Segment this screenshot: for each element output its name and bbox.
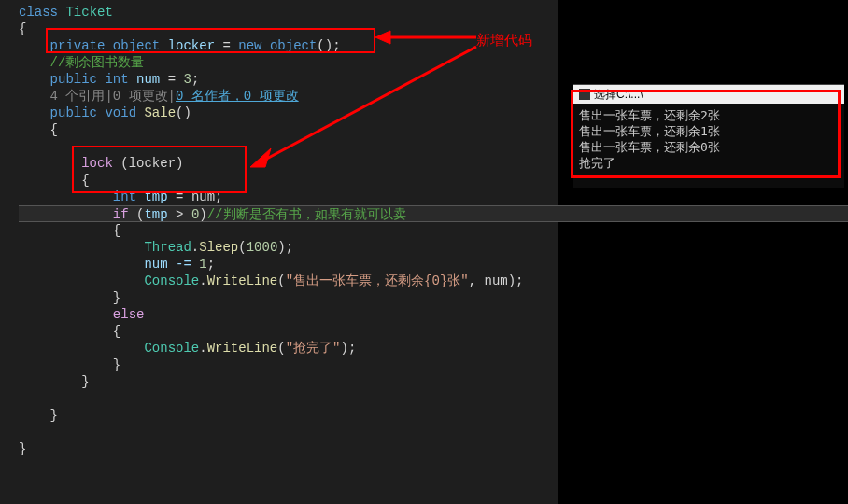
console-line: 抢完了 xyxy=(579,155,839,171)
ctor-object: object xyxy=(270,38,317,53)
codelens-link[interactable]: 0 名作者，0 项更改 xyxy=(176,89,299,104)
method-sleep: Sleep xyxy=(199,240,238,255)
keyword-if: if xyxy=(113,207,129,222)
codelens-refs[interactable]: 4 个引用|0 项更改| xyxy=(50,89,176,104)
class-name: Ticket xyxy=(65,5,112,20)
keyword-int: int xyxy=(105,72,128,87)
console-line: 售出一张车票，还剩余1张 xyxy=(579,123,839,139)
keyword-void: void xyxy=(105,105,136,120)
console-line: 售出一张车票，还剩余2张 xyxy=(579,107,839,123)
keyword-else: else xyxy=(113,307,145,322)
var-tmp: tmp xyxy=(144,189,167,204)
keyword-public: public xyxy=(50,72,97,87)
keyword-public: public xyxy=(50,105,97,120)
var-locker: locker xyxy=(168,38,215,53)
keyword-new: new xyxy=(238,38,261,53)
string-literal: "抢完了" xyxy=(286,341,341,356)
method-sale: Sale xyxy=(144,105,176,120)
console-window[interactable]: 选择C:\...\ 售出一张车票，还剩余2张 售出一张车票，还剩余1张 售出一张… xyxy=(573,84,844,188)
console-icon xyxy=(579,89,590,100)
method-writeline: WriteLine xyxy=(207,273,278,288)
code-editor[interactable]: class Ticket { private object locker = n… xyxy=(0,0,848,504)
keyword-lock: lock xyxy=(81,156,113,171)
class-console: Console xyxy=(144,273,199,288)
keyword-private: private xyxy=(50,38,106,53)
comment-line: //判断是否有书，如果有就可以卖 xyxy=(207,207,406,222)
keyword-class: class xyxy=(19,5,58,20)
svg-rect-1 xyxy=(580,90,589,91)
class-thread: Thread xyxy=(144,240,191,255)
comment-line: //剩余图书数量 xyxy=(50,55,145,70)
var-num: num xyxy=(136,72,160,87)
decl-end: (); xyxy=(317,38,340,53)
num-literal: 3 xyxy=(184,72,191,87)
keyword-object: object xyxy=(113,38,160,53)
annotation-label: 新增代码 xyxy=(476,32,532,49)
brace: { xyxy=(19,21,26,36)
console-title-text: 选择C:\...\ xyxy=(594,87,643,103)
console-line: 售出一张车票，还剩余0张 xyxy=(579,139,839,155)
lock-expr: (locker) xyxy=(113,156,184,171)
keyword-int: int xyxy=(113,189,136,204)
string-literal: "售出一张车票，还剩余{0}张" xyxy=(286,273,469,288)
console-output: 售出一张车票，还剩余2张 售出一张车票，还剩余1张 售出一张车票，还剩余0张 抢… xyxy=(573,104,844,188)
console-titlebar[interactable]: 选择C:\...\ xyxy=(573,85,844,104)
